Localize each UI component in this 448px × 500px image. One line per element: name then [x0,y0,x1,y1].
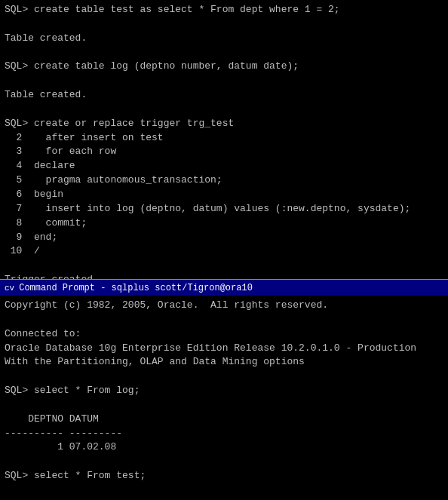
top-terminal-output: SQL> create table test as select * From … [0,0,448,279]
window-title: Command Prompt - sqlplus scott/Tigron@or… [19,283,253,293]
terminal-icon: cv [5,284,14,293]
window-titlebar: cv Command Prompt - sqlplus scott/Tigron… [0,279,448,296]
bottom-terminal-output: Copyright (c) 1982, 2005, Oracle. All ri… [0,296,448,500]
